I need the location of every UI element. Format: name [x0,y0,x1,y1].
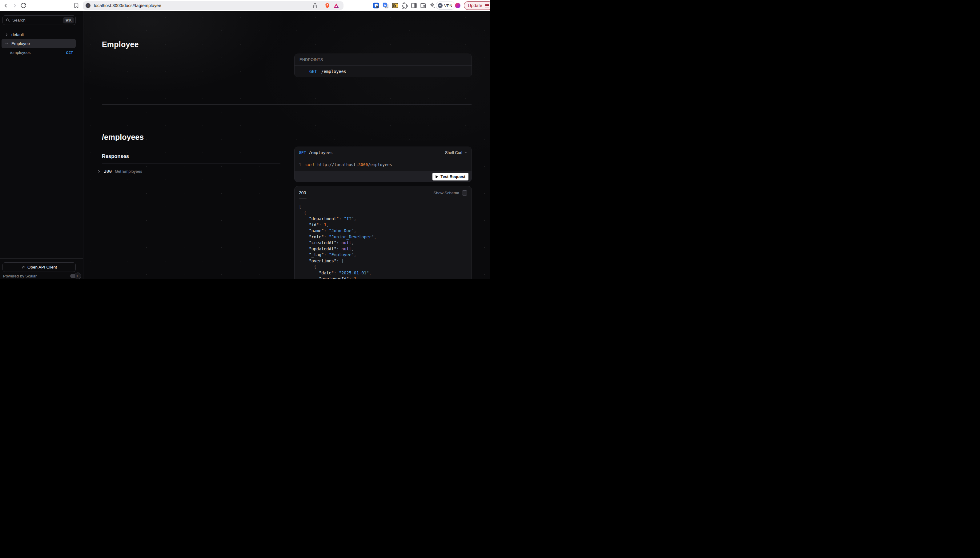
code-line: "date": "2025-01-01", [299,270,376,276]
search-placeholder: Search [12,18,63,23]
chevron-down-icon [5,42,8,45]
endpoints-panel-header: ENDPOINTS [294,54,471,66]
response-code: 200 [104,169,112,174]
divider [321,3,321,8]
code-line: "overtimes": [ [299,258,376,264]
extensions-puzzle-icon[interactable] [401,2,408,9]
show-schema-checkbox[interactable] [462,190,467,195]
endpoints-panel: ENDPOINTS GET /employees [294,54,472,77]
show-schema-toggle[interactable]: Show Schema [434,190,467,195]
chevron-right-icon [5,33,8,36]
code-line: "employeeId": 1 [299,276,376,279]
code-line: [ [299,204,376,210]
dark-mode-toggle[interactable]: ☾ [70,274,79,278]
path-label: /employees [308,150,445,155]
update-button[interactable]: Update [464,1,490,10]
line-number: 1 [299,162,301,167]
external-link-arrow-icon [21,266,25,269]
vpn-label: VPN [444,3,452,8]
response-200-row[interactable]: 200 Get Employees [97,167,142,176]
path-label: /employees [321,69,346,74]
sidebar: Search ⌘K default Employee /employees GE… [0,11,83,279]
code-line: "createdAt": null, [299,240,376,246]
operation-title: /employees [102,133,144,142]
google-translate-extension-icon[interactable]: 文G [382,2,389,9]
sidebar-footer: Open API Client Powered by Scalar ☾ [0,258,83,279]
powered-by-scalar[interactable]: Powered by Scalar [3,274,37,278]
active-tab-indicator [299,199,306,199]
code-line: "role": "Junior_Developer", [299,234,376,240]
sidebar-item-default[interactable]: default [2,30,76,39]
json-body[interactable]: [ { "department": "IT", "id": 1, "name":… [299,204,376,279]
client-language-select[interactable]: Shell Curl [445,150,467,155]
site-info-icon[interactable]: i [85,3,90,8]
sidebar-toggle-icon[interactable] [411,2,417,9]
address-bar[interactable]: i localhost:3000/docs#tag/employee [83,1,344,10]
response-label: Get Employees [115,169,142,174]
code-line: "updatedAt": null, [299,246,376,252]
search-icon [6,18,10,22]
open-api-client-label: Open API Client [28,265,57,269]
code-line: { [299,264,376,270]
section-divider [102,104,471,105]
code-line: "id": 1, [299,222,376,228]
code-line: { [299,210,376,216]
request-example-header: GET /employees Shell Curl [294,147,471,158]
browser-window: i localhost:3000/docs#tag/employee 文G [0,0,490,279]
update-label: Update [468,3,482,8]
curl-code-block[interactable]: 1 curl http://localhost:3000/employees [294,158,471,171]
chevron-down-icon [464,151,467,154]
vpn-button[interactable]: – VPN [436,2,455,10]
brave-shields-icon[interactable] [324,3,330,8]
open-api-client-button[interactable]: Open API Client [2,263,76,272]
search-input[interactable]: Search ⌘K [2,15,76,25]
leo-ai-icon[interactable] [429,2,436,9]
docs-content: Employee ENDPOINTS GET /employees /emplo… [83,11,490,279]
back-icon[interactable] [3,2,9,8]
sidebar-item-label: Employee [11,41,30,46]
curl-code-tokens: curl http://localhost:3000/employees [305,162,392,167]
bat-rewards-icon[interactable] [333,3,339,8]
response-example-card: 200 Show Schema [ { "department": "IT", … [294,186,472,279]
code-line: "_tag": "Employee", [299,252,376,258]
method-label: GET [299,150,306,155]
sidebar-item-label: default [11,32,24,37]
url-text[interactable]: localhost:3000/docs#tag/employee [94,3,161,8]
forward-icon[interactable] [12,2,18,8]
profile-avatar[interactable] [455,3,460,8]
wallet-icon[interactable] [420,2,427,9]
code-line: "name": "John Doe", [299,228,376,234]
request-example-footer: Test Request [294,171,471,182]
show-schema-label: Show Schema [434,190,459,195]
responses-heading: Responses [102,153,129,159]
chevron-right-icon [97,170,101,173]
sidebar-item-employees-endpoint[interactable]: /employees GET [2,48,76,57]
play-icon [435,175,438,178]
endpoints-heading: ENDPOINTS [299,57,323,62]
address-bar-actions [312,1,339,10]
reload-icon[interactable] [20,2,26,8]
svg-text:G: G [383,3,386,7]
test-request-label: Test Request [440,174,465,179]
test-request-button[interactable]: Test Request [432,173,468,181]
browser-toolbar: i localhost:3000/docs#tag/employee 文G [0,0,490,11]
endpoint-path-label: /employees [10,50,66,55]
tab-manager-extension-icon[interactable] [392,2,399,9]
bitwarden-extension-icon[interactable] [373,2,380,9]
response-example-header: 200 Show Schema [294,186,471,195]
menu-icon [485,3,489,8]
status-200-tab[interactable]: 200 [299,190,306,195]
moon-icon: ☾ [74,272,81,279]
sidebar-item-employee[interactable]: Employee [2,39,76,48]
code-line: "department": "IT", [299,216,376,222]
vpn-status-icon: – [438,3,443,8]
method-label: GET [309,69,317,74]
request-example-card: GET /employees Shell Curl 1 curl http://… [294,146,472,182]
get-method-badge: GET [66,51,73,54]
client-language-value: Shell Curl [445,150,462,155]
endpoints-row-get-employees[interactable]: GET /employees [294,66,471,77]
share-icon[interactable] [312,3,318,8]
search-shortcut-badge: ⌘K [63,17,74,23]
tag-title: Employee [102,40,139,49]
bookmark-icon[interactable] [73,2,79,8]
